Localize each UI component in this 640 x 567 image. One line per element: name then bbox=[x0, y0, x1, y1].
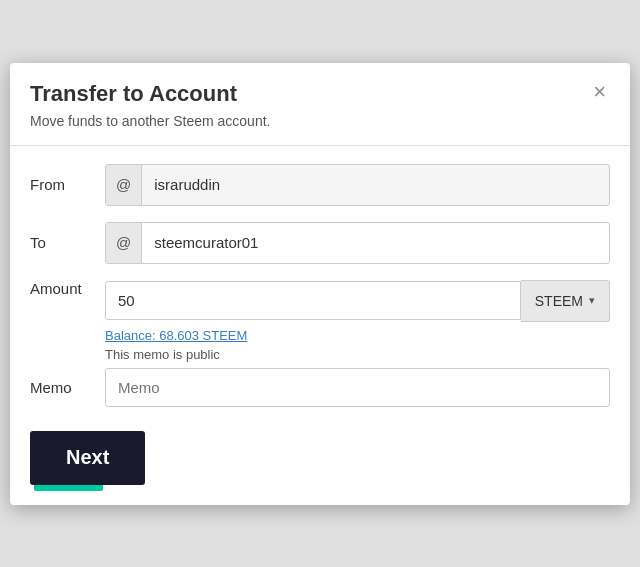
to-input[interactable] bbox=[142, 224, 609, 261]
dialog-footer: Next bbox=[10, 415, 630, 505]
to-label: To bbox=[30, 234, 105, 251]
amount-input[interactable] bbox=[105, 281, 521, 320]
from-input[interactable] bbox=[142, 166, 609, 203]
amount-row: Amount STEEM ▾ Balance: 68.603 STEEM bbox=[30, 280, 610, 343]
dialog-header: Transfer to Account × bbox=[10, 63, 630, 113]
memo-section: This memo is public Memo bbox=[30, 347, 610, 407]
dialog-subtitle: Move funds to another Steem account. bbox=[10, 113, 630, 145]
currency-label: STEEM bbox=[535, 293, 583, 309]
divider bbox=[10, 145, 630, 146]
from-input-wrapper: @ bbox=[105, 164, 610, 206]
to-at-symbol: @ bbox=[106, 223, 142, 263]
memo-note: This memo is public bbox=[105, 347, 610, 362]
next-button[interactable]: Next bbox=[30, 431, 145, 485]
amount-input-group: STEEM ▾ Balance: 68.603 STEEM bbox=[105, 280, 610, 343]
amount-fields: STEEM ▾ bbox=[105, 280, 610, 322]
dialog-title: Transfer to Account bbox=[30, 81, 237, 107]
form-body: From @ To @ Amount STEEM ▾ bbox=[10, 164, 630, 407]
from-label: From bbox=[30, 176, 105, 193]
amount-label: Amount bbox=[30, 280, 105, 297]
memo-row: Memo bbox=[30, 368, 610, 407]
dropdown-arrow-icon: ▾ bbox=[589, 294, 595, 307]
to-row: To @ bbox=[30, 222, 610, 264]
transfer-dialog: Transfer to Account × Move funds to anot… bbox=[10, 63, 630, 505]
from-at-symbol: @ bbox=[106, 165, 142, 205]
memo-label: Memo bbox=[30, 379, 105, 396]
currency-dropdown-button[interactable]: STEEM ▾ bbox=[521, 280, 610, 322]
to-input-wrapper: @ bbox=[105, 222, 610, 264]
balance-link[interactable]: Balance: 68.603 STEEM bbox=[105, 328, 610, 343]
from-row: From @ bbox=[30, 164, 610, 206]
memo-input[interactable] bbox=[105, 368, 610, 407]
close-button[interactable]: × bbox=[589, 81, 610, 103]
